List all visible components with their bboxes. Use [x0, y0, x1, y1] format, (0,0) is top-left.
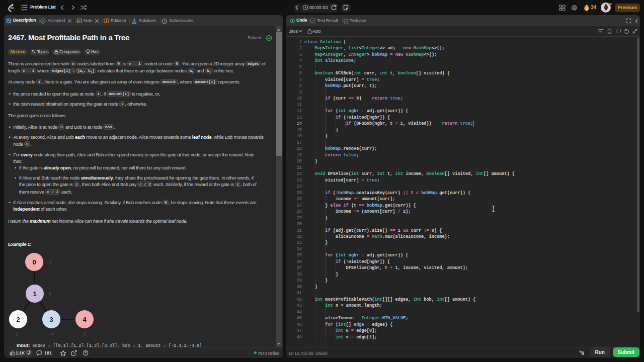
svg-text:2: 2	[16, 331, 19, 337]
svg-text:6: 6	[83, 331, 86, 337]
svg-text:1: 1	[33, 290, 36, 298]
svg-text:3: 3	[49, 316, 53, 323]
svg-text:-2: -2	[47, 259, 52, 265]
svg-text:2: 2	[16, 316, 20, 323]
svg-text:0: 0	[32, 258, 36, 266]
svg-text:-4: -4	[49, 331, 54, 337]
svg-text:4: 4	[48, 291, 52, 297]
svg-text:4: 4	[83, 316, 87, 323]
